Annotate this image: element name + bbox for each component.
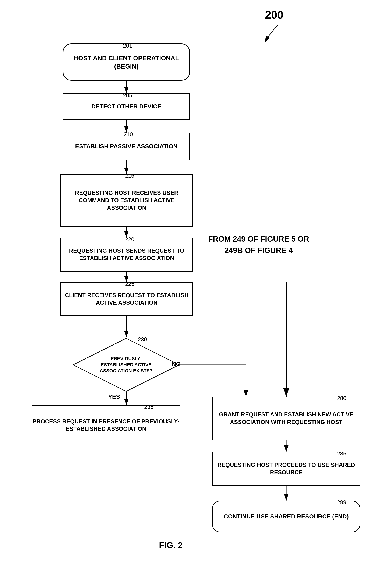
process-request-ref: 235 — [144, 404, 153, 410]
begin-ref: 201 — [123, 43, 132, 49]
req-host-sends-ref: 220 — [125, 236, 134, 243]
detect-ref: 205 — [123, 92, 132, 99]
req-host-receives-label: REQUESTING HOST RECEIVES USER COMMAND TO… — [61, 189, 192, 211]
client-receives-label: CLIENT RECEIVES REQUEST TO ESTABLISH ACT… — [61, 292, 192, 306]
continue-end-ref: 299 — [337, 499, 346, 506]
client-receives-node: CLIENT RECEIVES REQUEST TO ESTABLISH ACT… — [60, 282, 193, 316]
begin-node: HOST AND CLIENT OPERATIONAL (BEGIN) — [63, 44, 190, 81]
client-receives-ref: 225 — [125, 281, 134, 287]
passive-ref: 210 — [124, 131, 133, 138]
no-label: NO — [172, 361, 181, 367]
continue-end-label: CONTINUE USE SHARED RESOURCE (END) — [224, 513, 349, 520]
diagram-container: 200 — [0, 0, 392, 567]
req-host-proceeds-ref: 285 — [337, 450, 346, 457]
grant-request-node: GRANT REQUEST AND ESTABLISH NEW ACTIVE A… — [212, 397, 360, 440]
detect-label: DETECT OTHER DEVICE — [91, 103, 161, 110]
process-request-node: PROCESS REQUEST IN PRESENCE OF PREVIOUSL… — [32, 405, 180, 445]
req-host-sends-label: REQUESTING HOST SENDS REQUEST TO ESTABLI… — [61, 247, 192, 262]
req-host-proceeds-node: REQUESTING HOST PROCEEDS TO USE SHARED R… — [212, 452, 360, 486]
diamond-container: PREVIOUSLY-ESTABLISHED ACTIVE ASSOCIATIO… — [72, 337, 180, 393]
yes-label: YES — [108, 393, 120, 400]
begin-label: HOST AND CLIENT OPERATIONAL (BEGIN) — [74, 54, 179, 71]
process-request-label: PROCESS REQUEST IN PRESENCE OF PREVIOUSL… — [32, 418, 180, 433]
diamond-ref: 230 — [138, 336, 147, 343]
grant-request-label: GRANT REQUEST AND ESTABLISH NEW ACTIVE A… — [213, 411, 360, 426]
passive-label: ESTABLISH PASSIVE ASSOCIATION — [75, 143, 178, 150]
req-host-receives-ref: 215 — [125, 173, 134, 179]
diagram-number: 200 — [265, 9, 283, 21]
req-host-receives-node: REQUESTING HOST RECEIVES USER COMMAND TO… — [60, 174, 193, 227]
grant-request-ref: 280 — [337, 395, 346, 402]
diamond-label: PREVIOUSLY-ESTABLISHED ACTIVE ASSOCIATIO… — [97, 356, 156, 374]
figure-label: FIG. 2 — [159, 540, 182, 550]
req-host-sends-node: REQUESTING HOST SENDS REQUEST TO ESTABLI… — [60, 238, 193, 272]
req-host-proceeds-label: REQUESTING HOST PROCEEDS TO USE SHARED R… — [213, 461, 360, 476]
from-label: FROM 249 OF FIGURE 5 OR 249B OF FIGURE 4 — [208, 233, 309, 256]
